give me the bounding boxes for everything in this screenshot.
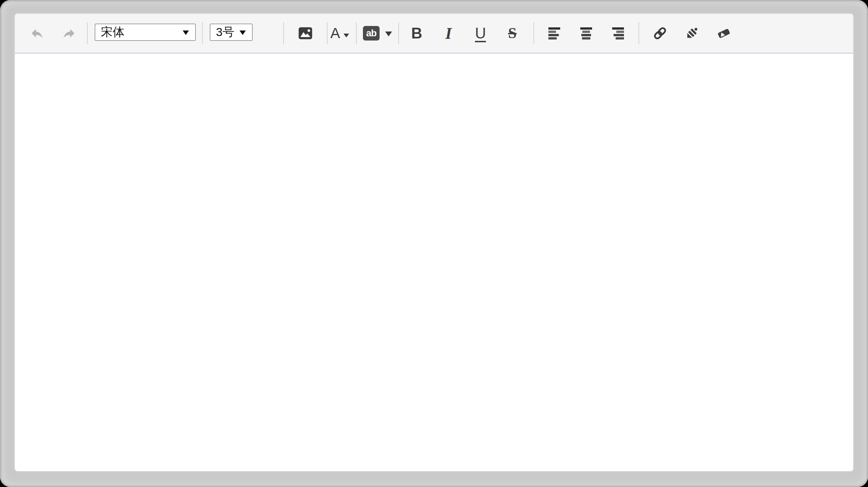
eraser-icon bbox=[716, 26, 731, 41]
font-family-value: 宋体 bbox=[101, 24, 124, 40]
insert-link-button[interactable] bbox=[650, 20, 670, 46]
insert-image-button[interactable] bbox=[296, 20, 315, 46]
toolbar-separator bbox=[356, 22, 357, 44]
toolbar-separator bbox=[283, 22, 284, 44]
toolbar-separator bbox=[398, 22, 399, 44]
align-left-icon bbox=[548, 27, 561, 40]
underline-button[interactable]: U bbox=[471, 20, 490, 46]
align-right-icon bbox=[611, 27, 625, 40]
editor-content-area[interactable] bbox=[15, 54, 853, 471]
undo-icon bbox=[29, 26, 45, 41]
link-icon bbox=[652, 26, 668, 41]
format-brush-button[interactable] bbox=[682, 20, 702, 46]
caret-down-icon bbox=[344, 34, 349, 37]
align-left-button[interactable] bbox=[545, 20, 564, 46]
bold-label: B bbox=[411, 26, 422, 41]
font-color-label: A bbox=[330, 26, 340, 41]
caret-down-icon bbox=[240, 30, 246, 35]
toolbar-separator bbox=[327, 22, 328, 44]
toolbar-separator bbox=[533, 22, 534, 44]
toolbar-separator bbox=[202, 22, 203, 44]
rich-text-editor: 宋体 3号 A bbox=[15, 14, 853, 471]
align-center-icon bbox=[580, 27, 593, 40]
brush-icon bbox=[684, 26, 700, 41]
toolbar-separator bbox=[639, 22, 639, 44]
strikethrough-button[interactable]: S bbox=[503, 20, 522, 46]
align-right-button[interactable] bbox=[608, 20, 628, 46]
font-size-select[interactable]: 3号 bbox=[210, 24, 253, 41]
redo-icon bbox=[61, 26, 77, 41]
image-icon bbox=[298, 27, 312, 39]
eraser-button[interactable] bbox=[714, 20, 734, 46]
editor-window-frame: 宋体 3号 A bbox=[0, 0, 868, 487]
italic-label: I bbox=[445, 25, 452, 42]
bold-button[interactable]: B bbox=[407, 20, 426, 46]
redo-button[interactable] bbox=[59, 20, 79, 46]
font-color-button[interactable]: A bbox=[330, 26, 349, 41]
caret-down-icon bbox=[385, 32, 392, 36]
caret-down-icon bbox=[183, 30, 189, 35]
font-family-select[interactable]: 宋体 bbox=[95, 24, 196, 41]
highlight-badge: ab bbox=[363, 26, 380, 41]
underline-label: U bbox=[475, 26, 486, 41]
align-center-button[interactable] bbox=[576, 20, 596, 46]
editor-toolbar: 宋体 3号 A bbox=[15, 14, 853, 54]
toolbar-separator bbox=[87, 22, 88, 44]
highlight-color-button[interactable]: ab bbox=[363, 26, 392, 41]
undo-button[interactable] bbox=[27, 20, 47, 46]
strikethrough-label: S bbox=[508, 26, 517, 41]
font-size-value: 3号 bbox=[216, 24, 234, 40]
italic-button[interactable]: I bbox=[439, 20, 458, 46]
